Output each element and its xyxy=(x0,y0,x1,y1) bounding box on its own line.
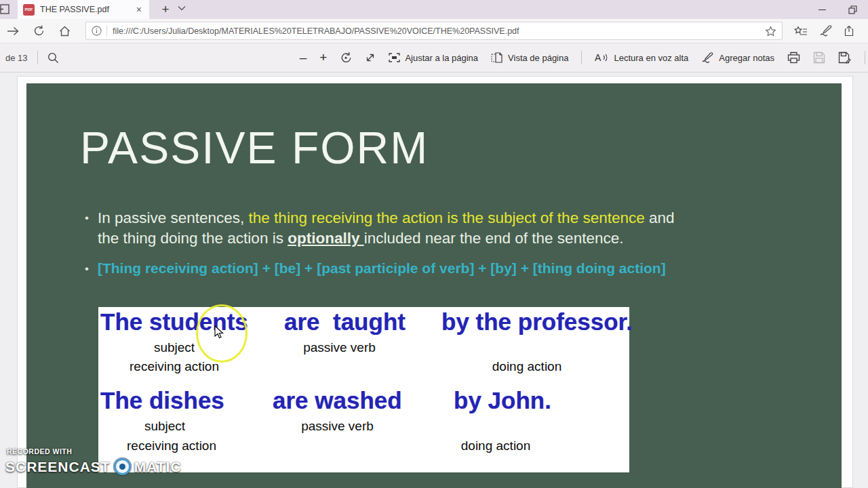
example-labels: subject passive verb xyxy=(98,340,629,355)
save-as-icon[interactable] xyxy=(838,52,852,64)
bullet-2: • [Thing receiving action] + [be] + [pas… xyxy=(85,259,817,279)
address-bar[interactable]: file:///C:/Users/Julia/Desktop/MATERIALE… xyxy=(85,22,783,40)
screencast-o-matic-logo-icon xyxy=(112,456,133,477)
pdf-file-icon: PDF xyxy=(23,4,35,16)
pdf-content-area[interactable]: PASSIVE FORM • In passive sentences, the… xyxy=(0,73,868,488)
watermark-brand1: SCREENCAST xyxy=(5,459,111,475)
search-icon[interactable] xyxy=(47,52,59,64)
rotate-icon[interactable] xyxy=(340,52,352,64)
site-info-icon[interactable] xyxy=(92,26,102,36)
tab-the-passive[interactable]: PDF THE PASSIVE.pdf × xyxy=(18,0,149,19)
fit-to-page-button[interactable]: Ajustar a la página xyxy=(389,53,478,63)
bullet-1: • In passive sentences, the thing receiv… xyxy=(85,208,783,249)
example-verb: are taught xyxy=(269,308,441,336)
label-receiving-action: receiving action xyxy=(89,359,260,374)
label-passive-verb: passive verb xyxy=(252,419,423,434)
home-button[interactable] xyxy=(52,26,77,37)
example-labels: receiving action doing action xyxy=(98,359,629,374)
add-notes-button[interactable]: Agregar notas xyxy=(701,52,774,63)
full-screen-icon[interactable] xyxy=(365,52,376,63)
label-passive-verb: passive verb xyxy=(254,340,425,355)
add-favorite-star-icon[interactable] xyxy=(765,26,776,37)
page-view-button[interactable]: Vista de página xyxy=(491,52,568,63)
page-indicator: de 13 xyxy=(5,53,28,63)
browser-window: PDF THE PASSIVE.pdf × + xyxy=(0,0,868,488)
print-icon[interactable] xyxy=(787,52,800,64)
example-subject: The dishes xyxy=(98,387,269,414)
read-aloud-button[interactable]: A Lectura en voz alta xyxy=(595,52,688,63)
example-verb: are washed xyxy=(269,387,441,414)
refresh-button[interactable] xyxy=(26,25,52,37)
set-aside-tabs-icon[interactable] xyxy=(0,3,10,16)
save-icon[interactable] xyxy=(813,52,825,64)
add-notes-label: Agregar notas xyxy=(719,53,774,63)
tab-bar: PDF THE PASSIVE.pdf × + xyxy=(0,0,868,19)
example-agent: by the professor. xyxy=(441,308,633,336)
window-controls xyxy=(807,0,868,19)
mouse-cursor xyxy=(214,325,224,340)
tab-list-chevron-icon[interactable] xyxy=(178,5,186,11)
forward-button[interactable] xyxy=(0,26,26,36)
label-doing-action: doing action xyxy=(401,439,590,453)
toolbar-divider xyxy=(865,51,865,64)
label-doing-action: doing action xyxy=(433,359,621,374)
web-note-pen-icon[interactable] xyxy=(819,25,832,37)
new-tab-button[interactable]: + xyxy=(157,1,174,18)
label-subject: subject xyxy=(79,419,250,434)
formula-text: [Thing receiving action] + [be] + [past … xyxy=(98,259,666,279)
toolbar-divider xyxy=(37,51,38,64)
example-sentence-1: The students are taught by the professor… xyxy=(98,308,629,336)
slide-title: PASSIVE FORM xyxy=(80,122,429,174)
example-agent: by John. xyxy=(441,387,629,414)
pdf-toolbar: de 13 – + Ajustar a la página Vista de p… xyxy=(0,43,868,73)
bullet-1-text: included near the end of the sentence. xyxy=(364,230,624,247)
navigation-bar: file:///C:/Users/Julia/Desktop/MATERIALE… xyxy=(0,19,868,43)
bullet-dot: • xyxy=(85,208,89,249)
bullet-1-text: In passive sentences, xyxy=(98,209,249,226)
watermark-line1: RECORDED WITH xyxy=(7,447,182,455)
bullet-1-text: the thing doing the action is xyxy=(98,230,288,247)
tab-title: THE PASSIVE.pdf xyxy=(40,5,134,14)
bullet-1-text: and xyxy=(645,209,675,226)
slide: PASSIVE FORM • In passive sentences, the… xyxy=(26,83,842,488)
bullet-1-optionally: optionally xyxy=(288,230,364,247)
address-bar-divider xyxy=(106,26,107,37)
zoom-in-button[interactable]: + xyxy=(319,52,327,63)
favorites-hub-icon[interactable] xyxy=(794,26,808,37)
screencast-o-matic-watermark: RECORDED WITH SCREENCAST MATIC xyxy=(5,447,182,477)
toolbar-divider xyxy=(581,51,582,64)
navbar-right-icons xyxy=(783,25,868,37)
svg-text:A: A xyxy=(595,52,601,63)
fit-to-page-label: Ajustar a la página xyxy=(405,53,478,63)
bullet-1-highlight: the thing receiving the action is the su… xyxy=(249,209,645,226)
example-sentence-2: The dishes are washed by John. xyxy=(98,387,629,414)
pdf-page: PASSIVE FORM • In passive sentences, the… xyxy=(17,76,853,488)
restore-button[interactable] xyxy=(837,0,868,19)
watermark-brand2: MATIC xyxy=(134,459,182,475)
zoom-out-button[interactable]: – xyxy=(300,52,307,63)
share-icon[interactable] xyxy=(844,25,856,37)
bullet-dot: • xyxy=(85,259,89,279)
tab-close-icon[interactable]: × xyxy=(134,4,144,15)
url-text: file:///C:/Users/Julia/Desktop/MATERIALE… xyxy=(113,26,765,36)
minimize-button[interactable] xyxy=(807,0,837,19)
example-labels: subject passive verb xyxy=(98,419,629,434)
read-aloud-label: Lectura en voz alta xyxy=(614,53,688,63)
page-view-label: Vista de página xyxy=(508,53,568,63)
